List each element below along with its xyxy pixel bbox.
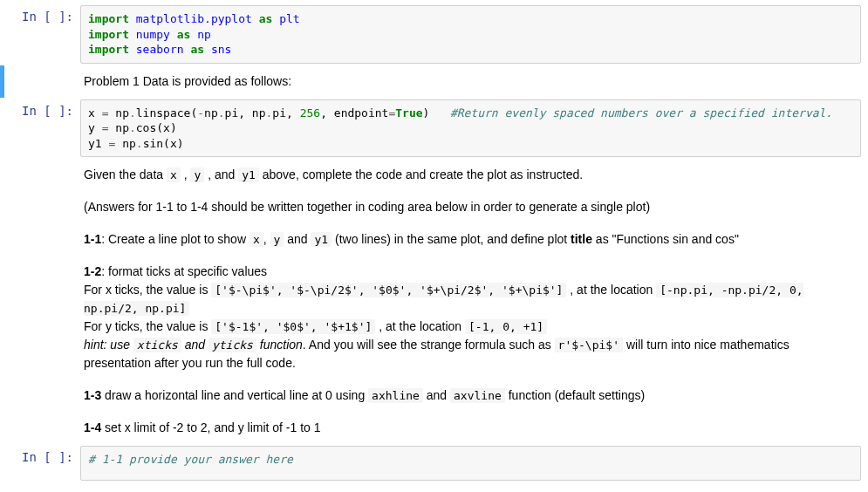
prompt-label: In [ ]: — [0, 446, 80, 481]
code-cell-2: In [ ]: x = np.linspace(-np.pi, np.pi, 2… — [0, 98, 868, 160]
code-content: import matplotlib.pyplot as plt import n… — [80, 5, 861, 64]
code-literal: x — [249, 232, 263, 247]
code-literal: axvline — [450, 388, 505, 403]
code-content: x = np.linspace(-np.pi, np.pi, 256, endp… — [80, 99, 861, 158]
code-literal: y — [190, 167, 204, 182]
code-literal: axhline — [368, 388, 423, 403]
code-input-area[interactable]: x = np.linspace(-np.pi, np.pi, 256, endp… — [80, 99, 861, 158]
prompt-empty — [0, 161, 80, 442]
code-literal: y1 — [238, 167, 259, 182]
code-literal: [-1, 0, +1] — [465, 319, 547, 334]
code-literal: xticks — [133, 338, 181, 352]
code-literal: r'$-\pi$' — [555, 338, 623, 352]
markdown-cell-problem-intro[interactable]: Problem 1 Data is provided as follows: — [0, 65, 868, 98]
code-content: # 1-1 provide your answer here — [80, 446, 861, 481]
prompt-label: In [ ]: — [0, 5, 80, 64]
code-literal: x — [167, 167, 181, 182]
markdown-content: Problem 1 Data is provided as follows: — [80, 67, 861, 96]
code-literal: y1 — [311, 232, 331, 247]
markdown-cell-instructions[interactable]: Given the data x , y , and y1 above, com… — [0, 159, 868, 444]
code-literal: ['$-1$', '$0$', '$+1$'] — [211, 319, 375, 334]
code-cell-1: In [ ]: import matplotlib.pyplot as plt … — [0, 3, 868, 65]
code-literal: y — [270, 232, 284, 247]
code-literal: ['$-\pi$', '$-\pi/2$', '$0$', '$+\pi/2$'… — [211, 283, 566, 297]
prompt-label: In [ ]: — [0, 99, 80, 158]
markdown-content: Given the data x , y , and y1 above, com… — [80, 161, 861, 442]
code-input-area[interactable]: import matplotlib.pyplot as plt import n… — [80, 5, 861, 64]
code-input-area[interactable]: # 1-1 provide your answer here — [80, 446, 861, 481]
prompt-empty — [0, 67, 80, 96]
code-cell-3: In [ ]: # 1-1 provide your answer here — [0, 444, 868, 482]
code-literal: yticks — [208, 338, 256, 352]
